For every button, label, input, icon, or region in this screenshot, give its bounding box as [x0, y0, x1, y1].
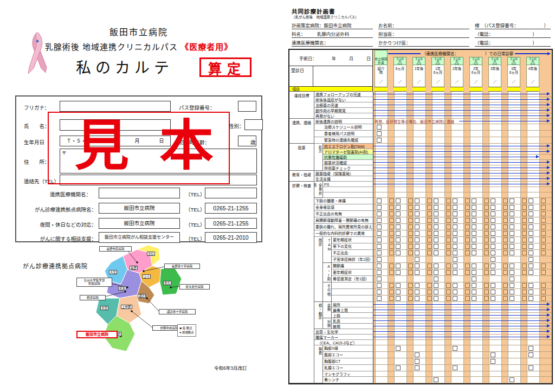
checkbox[interactable] — [434, 264, 438, 268]
checkbox[interactable] — [453, 257, 457, 262]
checkbox[interactable] — [446, 290, 451, 294]
date-slash-cell[interactable]: ／ — [469, 79, 482, 86]
checkbox[interactable] — [541, 244, 546, 249]
checkbox[interactable] — [503, 224, 508, 229]
checkbox[interactable] — [465, 244, 470, 249]
renkei-tel-field[interactable] — [205, 188, 257, 198]
checkbox[interactable] — [465, 224, 470, 229]
checkbox[interactable] — [434, 198, 438, 203]
checkbox[interactable] — [396, 218, 401, 223]
checkbox[interactable] — [484, 250, 489, 255]
checkbox[interactable] — [491, 290, 495, 294]
checkbox[interactable] — [446, 231, 451, 236]
checkbox[interactable] — [377, 131, 382, 136]
family-doctor-phone-field[interactable]: （電話： ） — [475, 39, 551, 47]
renkei-inst-field[interactable] — [99, 188, 180, 198]
checkbox[interactable] — [472, 296, 476, 301]
doctor-phone-field[interactable]: （電話： ） — [475, 30, 551, 38]
checkbox[interactable] — [522, 224, 527, 229]
checkbox[interactable] — [522, 231, 527, 236]
checkbox[interactable] — [434, 244, 438, 249]
checkbox[interactable] — [509, 205, 514, 210]
checkbox[interactable] — [427, 211, 432, 216]
pass-no-field[interactable] — [238, 101, 256, 112]
checkbox[interactable] — [377, 218, 382, 223]
checkbox[interactable] — [503, 290, 508, 294]
checkbox[interactable] — [377, 296, 382, 301]
checkbox[interactable] — [509, 270, 514, 275]
checkbox[interactable] — [484, 218, 489, 223]
checkbox[interactable] — [415, 244, 420, 249]
checkbox[interactable] — [528, 352, 533, 357]
checkbox[interactable] — [415, 290, 420, 294]
checkbox[interactable] — [377, 283, 382, 288]
checkbox[interactable] — [377, 198, 382, 203]
checkbox[interactable] — [491, 244, 495, 249]
checkbox[interactable] — [427, 218, 432, 223]
checkbox[interactable] — [528, 205, 533, 210]
checkbox[interactable] — [389, 211, 394, 216]
checkbox[interactable] — [408, 211, 413, 216]
checkbox[interactable] — [453, 237, 457, 242]
checkbox[interactable] — [453, 244, 457, 249]
checkbox[interactable] — [396, 365, 401, 370]
checkbox[interactable] — [484, 205, 489, 210]
checkbox[interactable] — [465, 264, 470, 268]
checkbox[interactable] — [408, 224, 413, 229]
checkbox[interactable] — [389, 296, 394, 301]
checkbox[interactable] — [415, 237, 420, 242]
checkbox[interactable] — [427, 250, 432, 255]
checkbox[interactable] — [491, 283, 495, 288]
checkbox[interactable] — [427, 264, 432, 268]
checkbox[interactable] — [408, 290, 413, 294]
checkbox[interactable] — [453, 218, 457, 223]
checkbox[interactable] — [491, 224, 495, 229]
checkbox[interactable] — [396, 198, 401, 203]
checkbox[interactable] — [446, 296, 451, 301]
checkbox[interactable] — [528, 264, 533, 268]
checkbox[interactable] — [453, 198, 457, 203]
checkbox[interactable] — [522, 290, 527, 294]
checkbox[interactable] — [528, 250, 533, 255]
checkbox[interactable] — [484, 211, 489, 216]
checkbox[interactable] — [427, 237, 432, 242]
date-slash-cell[interactable]: ／ — [450, 79, 463, 86]
checkbox[interactable] — [434, 224, 438, 229]
checkbox[interactable] — [389, 250, 394, 255]
checkbox[interactable] — [503, 250, 508, 255]
checkbox[interactable] — [509, 277, 514, 281]
checkbox[interactable] — [509, 231, 514, 236]
date-slash-cell[interactable]: ／ — [393, 79, 406, 86]
checkbox[interactable] — [377, 264, 382, 268]
checkbox[interactable] — [446, 244, 451, 249]
checkbox[interactable] — [415, 250, 420, 255]
checkbox[interactable] — [509, 377, 514, 382]
checkbox[interactable] — [396, 346, 401, 351]
checkbox[interactable] — [427, 198, 432, 203]
checkbox[interactable] — [415, 198, 420, 203]
checkbox[interactable] — [472, 198, 476, 203]
checkbox[interactable] — [408, 296, 413, 301]
checkbox[interactable] — [377, 270, 382, 275]
checkbox[interactable] — [396, 211, 401, 216]
checkbox[interactable] — [446, 270, 451, 275]
checkbox[interactable] — [509, 264, 514, 268]
checkbox[interactable] — [472, 270, 476, 275]
checkbox[interactable] — [472, 283, 476, 288]
checkbox[interactable] — [509, 218, 514, 223]
checkbox[interactable] — [522, 218, 527, 223]
checkbox[interactable] — [427, 296, 432, 301]
checkbox[interactable] — [465, 198, 470, 203]
pass-registration-field[interactable]: 様 （パス登録番号： ） — [475, 22, 551, 29]
checkbox[interactable] — [389, 224, 394, 229]
checkbox[interactable] — [472, 231, 476, 236]
checkbox[interactable] — [503, 270, 508, 275]
checkbox[interactable] — [503, 244, 508, 249]
checkbox[interactable] — [465, 237, 470, 242]
checkbox[interactable] — [389, 283, 394, 288]
checkbox[interactable] — [389, 237, 394, 242]
checkbox[interactable] — [528, 270, 533, 275]
checkbox[interactable] — [541, 250, 546, 255]
checkbox[interactable] — [484, 290, 489, 294]
checkbox[interactable] — [446, 198, 451, 203]
